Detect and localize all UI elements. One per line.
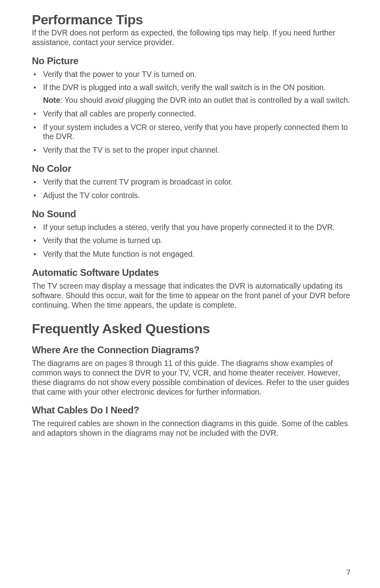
cables-heading: What Cables Do I Need? bbox=[32, 405, 351, 416]
page-container: Performance Tips If the DVR does not per… bbox=[0, 0, 380, 588]
cables-paragraph: The required cables are shown in the con… bbox=[32, 419, 351, 438]
faq-title: Frequently Asked Questions bbox=[32, 321, 351, 336]
auto-updates-paragraph: The TV screen may display a message that… bbox=[32, 281, 351, 310]
list-item: Verify that the TV is set to the proper … bbox=[32, 146, 351, 155]
auto-updates-heading: Automatic Software Updates bbox=[32, 267, 351, 278]
list-item: If your setup includes a stereo, verify … bbox=[32, 223, 351, 232]
page-number: 7 bbox=[346, 568, 351, 577]
list-item-text: If the DVR is plugged into a wall switch… bbox=[43, 83, 326, 92]
no-sound-list: If your setup includes a stereo, verify … bbox=[32, 223, 351, 259]
list-item: Verify that the power to your TV is turn… bbox=[32, 70, 351, 79]
connection-diagrams-paragraph: The diagrams are on pages 8 through 11 o… bbox=[32, 359, 351, 397]
performance-tips-title: Performance Tips bbox=[32, 12, 351, 28]
no-picture-list: Verify that the power to your TV is turn… bbox=[32, 70, 351, 155]
list-item: Verify that the volume is turned up. bbox=[32, 236, 351, 246]
no-picture-heading: No Picture bbox=[32, 55, 351, 67]
list-item: If your system includes a VCR or stereo,… bbox=[32, 123, 351, 142]
performance-tips-intro: If the DVR does not perform as expected,… bbox=[32, 28, 351, 47]
note-text-1: : You should bbox=[60, 96, 105, 104]
no-color-list: Verify that the current TV program is br… bbox=[32, 177, 351, 201]
note-text-2: plugging the DVR into an outlet that is … bbox=[123, 96, 350, 104]
note-block: Note: You should avoid plugging the DVR … bbox=[43, 96, 351, 105]
list-item: Verify that the Mute function is not eng… bbox=[32, 250, 351, 259]
no-sound-heading: No Sound bbox=[32, 208, 351, 220]
note-label: Note bbox=[43, 96, 60, 104]
list-item: If the DVR is plugged into a wall switch… bbox=[32, 83, 351, 105]
list-item: Verify that all cables are properly conn… bbox=[32, 109, 351, 119]
list-item: Verify that the current TV program is br… bbox=[32, 177, 351, 187]
note-italic: avoid bbox=[105, 96, 123, 104]
list-item: Adjust the TV color controls. bbox=[32, 191, 351, 201]
no-color-heading: No Color bbox=[32, 163, 351, 174]
connection-diagrams-heading: Where Are the Connection Diagrams? bbox=[32, 344, 351, 356]
